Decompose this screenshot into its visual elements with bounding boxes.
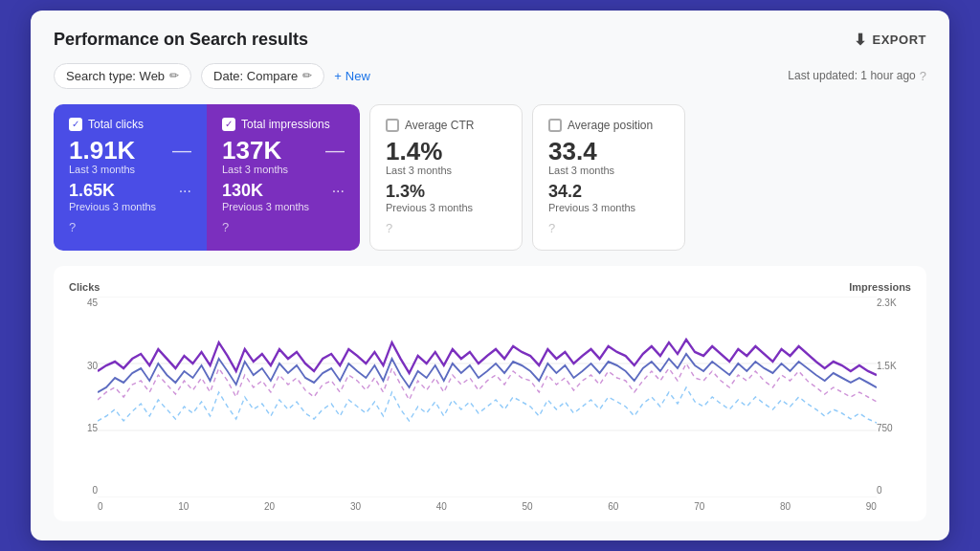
clicks-prev-period: Previous 3 months (69, 201, 191, 212)
help-icon: ? (920, 69, 926, 83)
clicks-checkbox[interactable]: ✓ (69, 118, 82, 131)
ctr-value-row: 1.4% (386, 138, 506, 165)
x-label-60: 60 (608, 501, 618, 512)
clicks-current-period: Last 3 months (69, 164, 191, 175)
x-label-90: 90 (866, 501, 877, 512)
add-new-label: New (345, 69, 370, 83)
y-right-label-1.5k: 1.5K (877, 362, 897, 371)
chart-x-axis: 0 10 20 30 40 50 60 70 80 90 (69, 501, 911, 512)
plus-icon: + (334, 69, 342, 83)
last-updated-text: Last updated: 1 hour ago (788, 69, 915, 82)
metric-position-label-row: Average position (548, 119, 669, 132)
y-left-label-30: 30 (87, 362, 98, 371)
position-help-icon[interactable]: ? (548, 221, 555, 235)
position-label: Average position (568, 119, 653, 132)
chart-right-axis-label: Impressions (849, 281, 911, 293)
chart-container: 45 30 15 0 2.3K 1.5K 750 0 (69, 297, 911, 497)
metric-average-ctr[interactable]: Average CTR 1.4% Last 3 months 1.3% Prev… (369, 104, 523, 252)
y-right-label-750: 750 (877, 424, 893, 433)
x-label-30: 30 (350, 501, 361, 512)
impressions-prev-row: 130K ··· (222, 181, 345, 201)
chart-area: Clicks Impressions 45 30 15 0 2.3K 1.5K … (54, 266, 926, 521)
position-current-value: 33.4 (548, 138, 597, 165)
ctr-current-period: Last 3 months (386, 165, 506, 176)
ctr-help-icon[interactable]: ? (386, 221, 392, 235)
search-type-edit-icon: ✏ (169, 69, 179, 82)
chart-left-axis-label: Clicks (69, 281, 100, 293)
impressions-current-period: Last 3 months (222, 164, 345, 175)
impressions-prev-value: 130K (222, 181, 263, 201)
position-value-row: 33.4 (548, 138, 669, 165)
position-prev-value: 34.2 (548, 182, 582, 202)
export-button[interactable]: ⬇ EXPORT (854, 31, 926, 49)
page-title: Performance on Search results (54, 30, 308, 50)
metrics-row: ✓ Total clicks 1.91K — Last 3 months 1.6… (54, 104, 926, 252)
impressions-help-icon[interactable]: ? (222, 220, 229, 234)
impressions-checkbox[interactable]: ✓ (222, 118, 235, 131)
metric-total-clicks[interactable]: ✓ Total clicks 1.91K — Last 3 months 1.6… (54, 104, 207, 252)
x-label-20: 20 (264, 501, 275, 512)
x-label-0: 0 (98, 501, 103, 512)
impressions-value-row: 137K — (222, 137, 345, 165)
metric-total-impressions[interactable]: ✓ Total impressions 137K — Last 3 months… (207, 104, 360, 252)
impressions-prev-period: Previous 3 months (222, 201, 345, 212)
impressions-more-icon[interactable]: ··· (332, 183, 345, 200)
ctr-checkbox[interactable] (386, 119, 399, 132)
chart-axis-labels: Clicks Impressions (69, 281, 911, 293)
filter-row: Search type: Web ✏ Date: Compare ✏ + New… (54, 63, 926, 89)
impressions-dash: — (325, 140, 345, 162)
add-new-button[interactable]: + New (334, 69, 370, 83)
position-current-period: Last 3 months (548, 165, 669, 176)
date-edit-icon: ✏ (302, 69, 312, 82)
clicks-prev-row: 1.65K ··· (69, 181, 191, 201)
last-updated: Last updated: 1 hour ago ? (788, 69, 926, 83)
date-label: Date: Compare (213, 69, 298, 83)
clicks-more-icon[interactable]: ··· (179, 183, 191, 200)
metric-clicks-label-row: ✓ Total clicks (69, 118, 191, 131)
clicks-label: Total clicks (88, 118, 144, 131)
ctr-prev-period: Previous 3 months (386, 202, 506, 213)
card-header: Performance on Search results ⬇ EXPORT (54, 30, 926, 50)
position-prev-row: 34.2 (548, 182, 669, 202)
export-icon: ⬇ (854, 31, 867, 49)
ctr-prev-row: 1.3% (386, 182, 506, 202)
position-checkbox[interactable] (548, 119, 562, 132)
x-label-10: 10 (178, 501, 189, 512)
impressions-current-value: 137K (222, 137, 281, 165)
date-filter[interactable]: Date: Compare ✏ (201, 63, 324, 89)
export-label: EXPORT (873, 33, 926, 47)
x-label-80: 80 (780, 501, 791, 512)
y-right-label-2.3k: 2.3K (877, 298, 897, 308)
y-left-label-15: 15 (87, 424, 98, 433)
search-type-filter[interactable]: Search type: Web ✏ (54, 63, 191, 89)
x-label-40: 40 (436, 501, 447, 512)
clicks-current-value: 1.91K (69, 137, 135, 165)
metric-average-position[interactable]: Average position 33.4 Last 3 months 34.2… (532, 104, 685, 252)
clicks-help-icon[interactable]: ? (69, 220, 76, 234)
ctr-current-value: 1.4% (386, 138, 442, 165)
search-type-label: Search type: Web (66, 69, 165, 83)
chart-svg (98, 297, 877, 497)
main-card: Performance on Search results ⬇ EXPORT S… (31, 11, 949, 541)
y-right-label-0: 0 (877, 486, 882, 496)
position-prev-period: Previous 3 months (548, 202, 669, 213)
clicks-value-row: 1.91K — (69, 137, 191, 165)
ctr-prev-value: 1.3% (386, 182, 425, 202)
x-label-70: 70 (694, 501, 704, 512)
impressions-label: Total impressions (241, 118, 330, 131)
clicks-prev-value: 1.65K (69, 181, 115, 201)
clicks-dash: — (172, 140, 191, 162)
x-label-50: 50 (523, 501, 533, 512)
y-axis-right: 2.3K 1.5K 750 0 (877, 297, 911, 497)
metric-impressions-label-row: ✓ Total impressions (222, 118, 345, 131)
y-axis-left: 45 30 15 0 (69, 297, 98, 497)
metric-ctr-label-row: Average CTR (386, 119, 506, 132)
y-left-label-45: 45 (87, 298, 98, 308)
ctr-label: Average CTR (405, 119, 474, 132)
